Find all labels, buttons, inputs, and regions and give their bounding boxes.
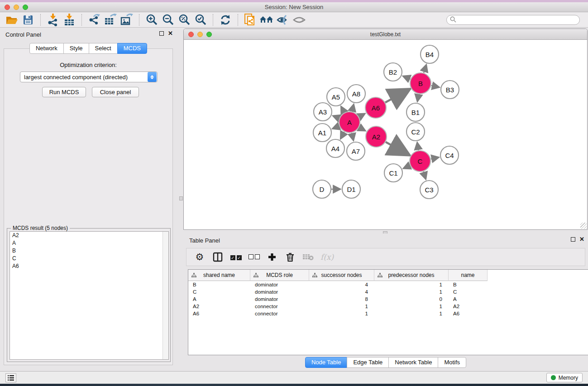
graph-node-C1[interactable]: C1 (384, 164, 402, 182)
tab-network-table[interactable]: Network Table (388, 357, 438, 368)
graph-node-A3[interactable]: A3 (314, 103, 332, 121)
import-table-button[interactable] (61, 13, 77, 27)
graph-node-A6[interactable]: A6 (365, 97, 386, 118)
edge-C-C1[interactable] (403, 166, 410, 169)
vertical-splitter-grip[interactable] (179, 196, 183, 200)
cell-name[interactable]: B (449, 281, 488, 288)
graph-node-B[interactable]: B (410, 73, 431, 94)
cell-predecessor-nodes[interactable]: 1 (374, 281, 449, 288)
edge-A6-B[interactable] (385, 90, 409, 103)
column-header-MCDS-role[interactable]: MCDS role (250, 270, 309, 281)
show-graphics-button[interactable] (291, 13, 307, 27)
run-mcds-button[interactable]: Run MCDS (42, 87, 86, 97)
graph-node-B4[interactable]: B4 (421, 45, 439, 63)
result-item-a2[interactable]: A2 (10, 232, 168, 239)
close-table-panel-icon[interactable]: ✕ (579, 237, 584, 242)
edge-C-C2[interactable] (417, 143, 419, 151)
import-network-button[interactable] (45, 13, 61, 27)
result-list-scrollbar[interactable] (163, 232, 168, 359)
graph-node-A5[interactable]: A5 (327, 88, 345, 106)
table-row[interactable]: Bdominator41B (188, 281, 588, 288)
hide-graphics-button[interactable] (275, 13, 291, 27)
edge-C-C4[interactable] (431, 157, 439, 159)
zoom-fit-button[interactable] (176, 13, 192, 27)
table-row[interactable]: Cdominator41C (188, 288, 588, 295)
mcds-result-list[interactable]: A2ABCA6 (10, 231, 169, 360)
tab-select[interactable]: Select (89, 43, 118, 54)
criterion-select[interactable]: largest connected component (directed) (20, 71, 158, 82)
network-window-titlebar[interactable]: testGlobe.txt (184, 29, 587, 40)
cell-MCDS-role[interactable]: connector (250, 303, 309, 310)
graph-node-B1[interactable]: B1 (406, 103, 425, 121)
tab-edge-table[interactable]: Edge Table (347, 357, 389, 368)
search-input[interactable] (446, 15, 580, 25)
zoom-out-button[interactable] (160, 13, 176, 27)
edge-A-A3[interactable] (333, 116, 339, 119)
open-file-button[interactable] (4, 13, 20, 27)
cell-successor-nodes[interactable]: 4 (309, 281, 374, 288)
cell-successor-nodes[interactable]: 8 (309, 295, 374, 303)
graph-node-C2[interactable]: C2 (406, 123, 425, 141)
table-row[interactable]: A2connector11A2 (188, 303, 588, 310)
cell-name[interactable]: A2 (449, 303, 488, 310)
edge-A2-C[interactable] (386, 142, 409, 155)
save-session-button[interactable] (20, 13, 36, 27)
edge-A-A7[interactable] (352, 133, 354, 140)
tab-mcds[interactable]: MCDS (117, 43, 147, 54)
cell-name[interactable]: A6 (449, 310, 488, 317)
cell-predecessor-nodes[interactable]: 1 (374, 303, 449, 310)
cell-shared-name[interactable]: A6 (188, 310, 250, 317)
export-image-button[interactable] (119, 13, 135, 27)
edge-B-B4[interactable] (424, 65, 426, 73)
network-graph-canvas[interactable]: B4B2BB3A8A5A6A3B1AC2A1A2A4A7C4CC1C3DD1 (184, 40, 587, 229)
table-row[interactable]: A6connector11A6 (188, 310, 588, 317)
tab-motifs[interactable]: Motifs (438, 357, 466, 368)
result-item-b[interactable]: B (10, 247, 168, 255)
graph-node-A7[interactable]: A7 (347, 142, 365, 160)
cell-MCDS-role[interactable]: dominator (250, 295, 309, 303)
home-view-button[interactable] (258, 13, 275, 27)
cell-successor-nodes[interactable]: 1 (309, 310, 374, 317)
edge-C-C3[interactable] (423, 172, 425, 179)
task-history-button[interactable] (5, 373, 16, 382)
edge-A-A6[interactable] (359, 114, 365, 117)
edge-A-A5[interactable] (341, 106, 344, 113)
graph-node-A2[interactable]: A2 (366, 126, 387, 147)
graph-node-B3[interactable]: B3 (441, 81, 459, 99)
graph-node-A[interactable]: A (339, 112, 360, 133)
column-header-predecessor-nodes[interactable]: predecessor nodes (374, 270, 449, 281)
cell-shared-name[interactable]: B (188, 281, 250, 288)
memory-button[interactable]: Memory (546, 373, 583, 382)
cell-shared-name[interactable]: A (188, 295, 250, 303)
tab-node-table[interactable]: Node Table (305, 357, 348, 368)
cell-shared-name[interactable]: C (188, 288, 250, 295)
graph-node-C4[interactable]: C4 (440, 146, 459, 164)
float-table-panel-icon[interactable] (571, 237, 575, 242)
network-from-file-button[interactable] (242, 13, 258, 27)
deselect-all-button[interactable] (248, 251, 260, 263)
cell-predecessor-nodes[interactable]: 1 (374, 288, 449, 295)
cell-name[interactable]: C (449, 288, 488, 295)
graph-node-C3[interactable]: C3 (420, 181, 438, 199)
result-item-c[interactable]: C (10, 255, 168, 262)
column-header-shared-name[interactable]: shared name (188, 270, 250, 281)
column-browser-button[interactable] (212, 251, 224, 263)
edge-A-A1[interactable] (332, 126, 339, 129)
add-column-button[interactable] (266, 251, 278, 263)
float-panel-icon[interactable] (159, 31, 164, 36)
close-panel-icon[interactable]: ✕ (168, 31, 173, 36)
close-panel-button[interactable]: Close panel (92, 87, 139, 97)
zoom-in-button[interactable] (143, 13, 160, 27)
result-item-a6[interactable]: A6 (10, 262, 168, 270)
tab-style[interactable]: Style (63, 43, 89, 54)
cell-predecessor-nodes[interactable]: 0 (374, 295, 449, 303)
column-header-name[interactable]: name (449, 270, 488, 281)
cell-MCDS-role[interactable]: dominator (250, 288, 309, 295)
graph-node-A1[interactable]: A1 (313, 124, 331, 142)
network-resize-grip[interactable] (580, 223, 587, 229)
edge-B-B2[interactable] (403, 76, 411, 79)
edge-A-A4[interactable] (340, 132, 344, 139)
cell-shared-name[interactable]: A2 (188, 303, 250, 310)
cell-successor-nodes[interactable]: 1 (309, 303, 374, 310)
graph-node-A4[interactable]: A4 (326, 139, 344, 157)
